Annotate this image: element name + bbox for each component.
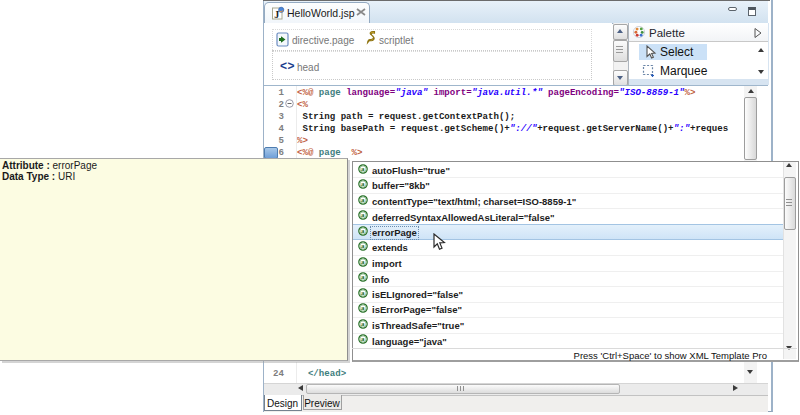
svg-text:a: a [361, 227, 365, 235]
svg-text:a: a [361, 273, 365, 281]
svg-text:a: a [361, 304, 365, 312]
svg-text:a: a [361, 258, 365, 266]
svg-text:a: a [361, 165, 365, 173]
svg-text:a: a [361, 335, 365, 343]
svg-text:a: a [361, 196, 365, 204]
svg-text:a: a [361, 320, 365, 328]
svg-text:a: a [361, 242, 365, 250]
svg-text:a: a [361, 289, 365, 297]
svg-text:a: a [361, 180, 365, 188]
svg-text:a: a [361, 211, 365, 219]
